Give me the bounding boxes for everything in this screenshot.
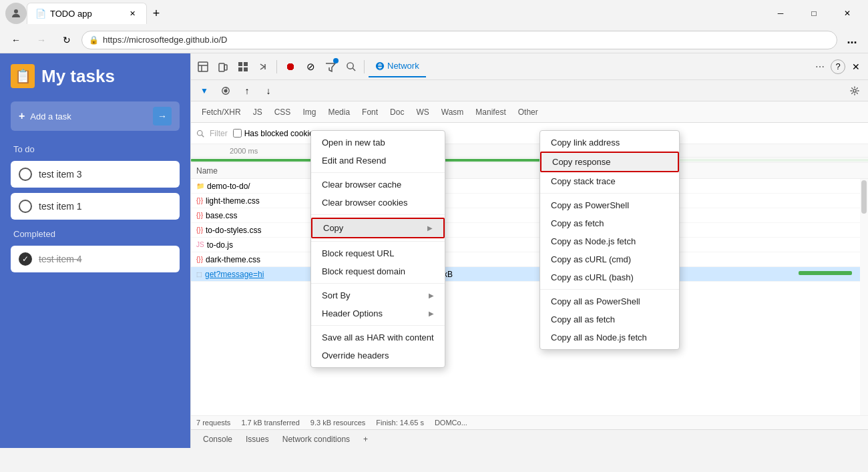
tab-doc[interactable]: Doc (385, 103, 409, 122)
profile-icon[interactable] (5, 3, 27, 24)
close-button[interactable]: ✕ (832, 3, 863, 24)
elements-button[interactable] (234, 57, 252, 76)
ctx-copy-curl-cmd[interactable]: Copy as cURL (cmd) (540, 250, 679, 268)
network-tab-label: Network (387, 61, 419, 71)
network-conditions-tab[interactable]: Network conditions (276, 430, 357, 449)
filter-button[interactable] (321, 57, 340, 76)
svg-point-15 (853, 89, 856, 91)
ctx-copy-all-fetch[interactable]: Copy all as fetch (540, 310, 679, 328)
ctx-override-headers[interactable]: Override headers (311, 346, 445, 365)
more-button[interactable]: ... (841, 29, 863, 51)
network-row[interactable]: JS to-do.js (191, 238, 868, 252)
ctx-copy-arrow: ▶ (427, 224, 433, 232)
tab-close-button[interactable]: ✕ (126, 8, 138, 20)
task-label-2: test item 1 (39, 201, 82, 212)
task-checkbox-1[interactable] (19, 168, 32, 181)
device-toolbar-button[interactable] (214, 57, 232, 76)
upload-har-button[interactable]: ↑ (238, 81, 256, 100)
tab-ws[interactable]: WS (411, 103, 434, 122)
scrollbar-thumb[interactable] (861, 180, 867, 214)
tab-js[interactable]: JS (248, 103, 268, 122)
network-row-selected[interactable]: ⬚ get?message=hi 200 fetch VM506:6 1.0 k… (191, 267, 868, 282)
ctx-copy-all-nodejs-fetch[interactable]: Copy all as Node.js fetch (540, 328, 679, 346)
clear-log-button[interactable]: ⊘ (301, 57, 320, 76)
record-button[interactable]: ⏺ (281, 57, 300, 76)
task-item[interactable]: test item 1 (11, 193, 180, 220)
ctx-clear-cache[interactable]: Clear browser cache (311, 176, 445, 194)
ctx-header-options[interactable]: Header Options ▶ (311, 304, 445, 322)
ctx-edit-resend[interactable]: Edit and Resend (311, 152, 445, 170)
ctx-copy-all-powershell[interactable]: Copy all as PowerShell (540, 292, 679, 310)
ctx-copy-powershell[interactable]: Copy as PowerShell (540, 196, 679, 214)
preserve-log-button[interactable]: ▼ (195, 81, 214, 100)
maximize-button[interactable]: □ (799, 3, 829, 24)
console-tab[interactable]: Console (196, 430, 239, 449)
close-devtools-button[interactable]: ✕ (847, 57, 865, 76)
new-tab-button[interactable]: + (147, 4, 166, 23)
ctx-separator-1 (311, 172, 445, 173)
sources-button[interactable] (254, 57, 272, 76)
tab-fetch-xhr[interactable]: Fetch/XHR (196, 103, 246, 122)
row-name-2: {}} light-theme.css (196, 196, 330, 206)
help-button[interactable]: ? (831, 59, 845, 74)
add-console-tab-button[interactable]: + (357, 430, 375, 449)
tab-wasm[interactable]: Wasm (436, 103, 469, 122)
download-har-button[interactable]: ↓ (259, 81, 278, 100)
has-blocked-cookies-filter[interactable]: Has blocked cookies (233, 129, 318, 138)
add-icon: + (19, 110, 25, 122)
ctx-copy-curl-bash[interactable]: Copy as cURL (bash) (540, 268, 679, 286)
ctx-copy-nodejs-fetch[interactable]: Copy as Node.js fetch (540, 232, 679, 250)
ctx-copy-stack-trace[interactable]: Copy stack trace (540, 172, 679, 190)
ctx-block-url[interactable]: Block request URL (311, 244, 445, 262)
network-table[interactable]: 📁 demo-to-do/ {}} light-theme.css {}} (191, 179, 868, 415)
ctx-clear-cookies[interactable]: Clear browser cookies (311, 194, 445, 212)
scrollbar-track[interactable] (860, 179, 868, 415)
inspect-element-button[interactable] (194, 57, 212, 76)
forward-button[interactable]: → (31, 29, 52, 51)
network-tab-button[interactable]: Network (369, 56, 426, 77)
ctx-copy-fetch[interactable]: Copy as fetch (540, 214, 679, 232)
svg-rect-7 (244, 62, 248, 66)
tab-media[interactable]: Media (322, 103, 355, 122)
add-task-button[interactable]: + Add a task → (11, 101, 180, 131)
network-settings-button[interactable] (845, 81, 864, 100)
network-secondary-toolbar: ▼ ↑ ↓ (191, 80, 868, 101)
network-row[interactable]: {}} to-do-styles.css (191, 223, 868, 238)
ctx-copy-response[interactable]: Copy response (540, 152, 679, 172)
timeline-visual (191, 158, 868, 163)
minimize-button[interactable]: ─ (765, 3, 796, 24)
devtools-panel: ⏺ ⊘ Network ⋯ ? ✕ (190, 53, 868, 448)
task-checkbox-2[interactable] (19, 200, 32, 213)
ctx-save-har[interactable]: Save all as HAR with content (311, 328, 445, 346)
browser-tab[interactable]: 📄 TODO app ✕ (27, 3, 147, 24)
tab-css[interactable]: CSS (269, 103, 296, 122)
url-box[interactable]: 🔒 https://microsoftedge.github.io/D (81, 31, 837, 49)
network-row[interactable]: {}} dark-theme.css (191, 252, 868, 267)
network-row[interactable]: 📁 demo-to-do/ (191, 179, 868, 194)
ctx-copy-link-address[interactable]: Copy link address (540, 134, 679, 152)
tab-img[interactable]: Img (297, 103, 321, 122)
ctx-block-domain[interactable]: Block request domain (311, 262, 445, 280)
console-tabs: Console Issues Network conditions + (191, 429, 868, 448)
refresh-button[interactable]: ↻ (56, 29, 77, 51)
network-row[interactable]: {}} light-theme.css (191, 194, 868, 208)
ctx-open-new-tab[interactable]: Open in new tab (311, 134, 445, 152)
add-task-arrow[interactable]: → (153, 107, 172, 126)
ctx-sort-by[interactable]: Sort By ▶ (311, 286, 445, 304)
task-checkbox-done[interactable]: ✓ (19, 252, 32, 266)
tab-manifest[interactable]: Manifest (470, 103, 511, 122)
tab-other[interactable]: Other (513, 103, 544, 122)
more-devtools-button[interactable]: ⋯ (811, 57, 829, 76)
network-row[interactable]: {}} base.css (191, 208, 868, 223)
fetch-xhr-button[interactable] (216, 81, 235, 100)
status-requests: 7 requests (196, 419, 230, 427)
tab-favicon: 📄 (35, 9, 46, 19)
search-button[interactable] (341, 57, 360, 76)
ctx-copy[interactable]: Copy ▶ (311, 218, 445, 238)
tab-font[interactable]: Font (357, 103, 383, 122)
back-button[interactable]: ← (5, 29, 27, 51)
task-item[interactable]: test item 3 (11, 161, 180, 188)
task-item-done[interactable]: ✓ test item 4 (11, 246, 180, 272)
issues-tab[interactable]: Issues (239, 430, 276, 449)
ctx-separator-5 (311, 325, 445, 326)
